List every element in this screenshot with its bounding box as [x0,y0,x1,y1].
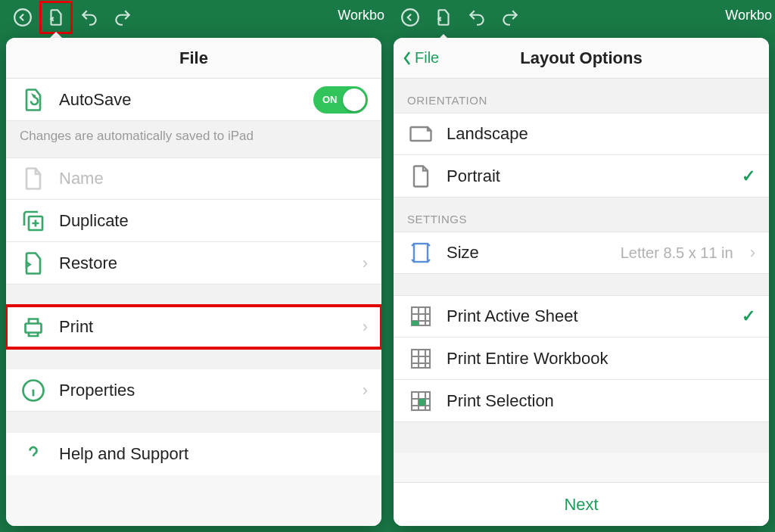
autosave-subtext: Changes are automatically saved to iPad [6,121,381,157]
next-label: Next [564,495,598,515]
back-to-file[interactable]: File [401,38,439,78]
svg-point-0 [14,9,31,26]
print-workbook-row[interactable]: Print Entire Workbook [394,338,769,380]
size-value: Letter 8.5 x 11 in [621,244,733,262]
undo-icon[interactable] [460,1,493,34]
help-row[interactable]: Help and Support [6,433,381,475]
svg-rect-10 [419,399,425,406]
print-selection-row[interactable]: Print Selection [394,380,769,422]
check-icon: ✓ [742,166,755,186]
print-active-label: Print Active Sheet [447,306,730,326]
workbook-icon [407,345,434,372]
popover-title: File [179,48,208,68]
help-label: Help and Support [59,444,368,464]
print-row[interactable]: Print › [6,306,381,348]
redo-icon[interactable] [106,1,139,34]
back-label: File [415,49,439,67]
toggle-on-label: ON [322,94,338,105]
landscape-row[interactable]: Landscape [394,113,769,155]
selection-icon [407,387,434,415]
chevron-right-icon: › [363,381,368,400]
workbook-title: Workbo [725,8,772,23]
svg-rect-2 [26,323,42,332]
duplicate-label: Duplicate [59,211,368,231]
size-label: Size [447,243,608,263]
chevron-right-icon: › [363,254,368,273]
layout-options-popover: File Layout Options ORIENTATION Landscap… [394,38,769,526]
svg-rect-5 [414,244,428,262]
help-icon [20,440,47,468]
print-active-sheet-row[interactable]: Print Active Sheet ✓ [394,295,769,338]
orientation-section-header: ORIENTATION [394,79,769,113]
toolbar: Workbo [0,0,388,35]
svg-point-4 [402,9,419,26]
print-selection-label: Print Selection [447,391,755,411]
redo-icon[interactable] [493,1,527,34]
portrait-label: Portrait [447,166,730,186]
file-menu-button[interactable] [427,1,460,34]
properties-row[interactable]: Properties › [6,369,381,412]
autosave-label: AutoSave [59,90,301,110]
portrait-icon [407,163,434,190]
info-icon [20,377,47,404]
popover-header: File [6,38,381,79]
back-arrow-icon[interactable] [6,1,39,34]
toolbar: Workbo [388,0,775,35]
name-row: Name [6,157,381,200]
workbook-title: Workbo [338,8,384,23]
chevron-right-icon: › [750,243,755,263]
landscape-label: Landscape [447,124,755,144]
file-menu-button[interactable] [39,1,73,34]
name-label: Name [59,169,368,188]
popover-header: File Layout Options [394,38,769,79]
undo-icon[interactable] [73,1,106,34]
restore-label: Restore [59,254,350,273]
autosave-row: AutoSave ON [6,79,381,121]
chevron-right-icon: › [363,317,368,337]
sheet-icon [407,303,434,330]
restore-row[interactable]: Restore › [6,242,381,285]
file-popover: File AutoSave ON Changes are automatical… [6,38,381,526]
properties-label: Properties [59,381,350,400]
svg-rect-7 [412,321,419,325]
duplicate-row[interactable]: Duplicate [6,200,381,242]
autosave-toggle[interactable]: ON [313,86,368,114]
next-button[interactable]: Next [394,482,769,526]
print-workbook-label: Print Entire Workbook [447,349,755,369]
svg-rect-8 [412,350,430,368]
right-screenshot: Workbo File Layout Options ORIENTATION L… [388,0,775,532]
landscape-icon [407,120,434,148]
check-icon: ✓ [742,306,755,326]
restore-icon [20,250,47,277]
print-label: Print [59,317,350,337]
autosave-icon [20,86,47,114]
back-arrow-icon[interactable] [394,1,427,34]
duplicate-icon [20,207,47,235]
settings-section-header: SETTINGS [394,198,769,232]
popover-title: Layout Options [520,48,642,68]
portrait-row[interactable]: Portrait ✓ [394,155,769,198]
print-icon [20,313,47,341]
left-screenshot: Workbo File AutoSave ON Changes are auto… [0,0,388,532]
page-size-icon [407,239,434,266]
name-icon [20,165,47,192]
size-row[interactable]: Size Letter 8.5 x 11 in › [394,232,769,274]
